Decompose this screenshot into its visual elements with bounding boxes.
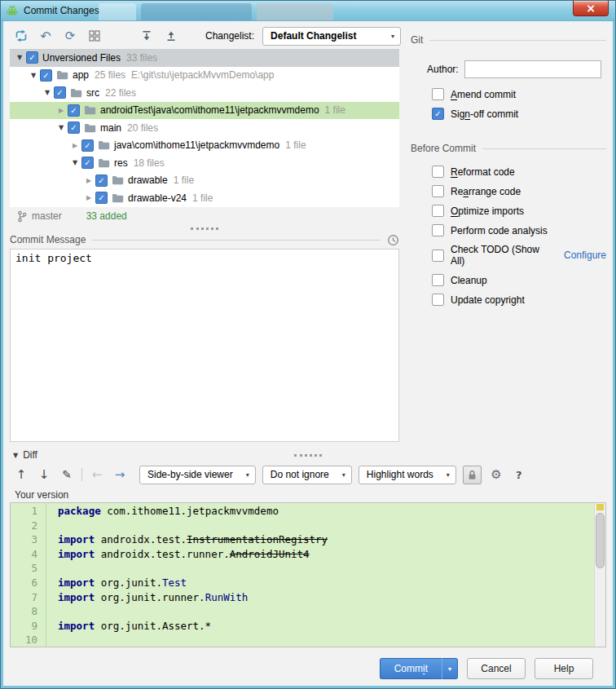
previous-difference-icon[interactable]: ↑ xyxy=(13,466,29,483)
next-change-icon[interactable]: → xyxy=(112,466,128,483)
whitespace-ignore-dropdown[interactable]: Do not ignore ▾ xyxy=(262,466,352,484)
tree-checkbox[interactable]: ✓ xyxy=(81,157,94,169)
tree-row[interactable]: ▼✓src22 files xyxy=(10,84,399,102)
tree-checkbox[interactable]: ✓ xyxy=(81,139,94,152)
checkbox[interactable] xyxy=(432,88,444,100)
branch-status-bar: master 33 added xyxy=(10,207,399,225)
splitter-handle[interactable] xyxy=(294,454,322,457)
expanded-arrow-icon[interactable]: ▼ xyxy=(69,159,81,166)
checkbox[interactable] xyxy=(432,294,444,306)
before-commit-label: Before Commit xyxy=(411,143,476,154)
configure-link[interactable]: Configure xyxy=(564,250,606,261)
checkbox-option[interactable]: ✓Sign-off commit xyxy=(432,108,606,120)
help-button[interactable]: Help xyxy=(535,658,593,679)
expanded-arrow-icon[interactable]: ▼ xyxy=(14,54,25,61)
checkbox[interactable] xyxy=(432,166,444,178)
checkbox-option[interactable]: Check TODO (Show All)Configure xyxy=(432,244,606,267)
tree-checkbox[interactable]: ✓ xyxy=(68,121,80,134)
author-input[interactable] xyxy=(464,60,601,78)
help-icon[interactable]: ? xyxy=(511,466,527,483)
code-line xyxy=(58,604,594,619)
checkbox[interactable]: ✓ xyxy=(432,108,444,120)
expand-all-icon[interactable] xyxy=(139,28,155,44)
tree-row[interactable]: ▼✓app25 filesE:\git\stu\jetpackMvvmDemo\… xyxy=(10,67,399,85)
refresh-changes-icon[interactable] xyxy=(13,28,29,44)
checkbox-label: Sign-off commit xyxy=(451,108,518,120)
expanded-arrow-icon[interactable]: ▼ xyxy=(28,72,39,79)
checkbox[interactable] xyxy=(432,185,444,197)
tree-item-count: 25 files xyxy=(95,69,125,81)
splitter-handle[interactable] xyxy=(10,225,399,232)
previous-change-icon[interactable]: ← xyxy=(89,466,105,483)
checkbox-label: Optimize imports xyxy=(451,205,524,217)
group-by-directory-icon[interactable] xyxy=(86,28,103,44)
commit-message-input[interactable]: init project xyxy=(10,249,399,442)
next-difference-icon[interactable]: ↓ xyxy=(36,466,52,483)
checkbox-option[interactable]: Amend commit xyxy=(432,88,606,100)
checkbox[interactable] xyxy=(432,205,444,217)
expanded-arrow-icon[interactable]: ▼ xyxy=(42,89,53,96)
cancel-button[interactable]: Cancel xyxy=(467,658,526,679)
tree-checkbox[interactable]: ✓ xyxy=(68,104,80,117)
changelist-dropdown[interactable]: Default Changelist ▾ xyxy=(262,27,401,46)
close-button[interactable]: × xyxy=(573,1,609,16)
line-number: 9 xyxy=(11,619,37,634)
refresh-icon[interactable]: ⟳ xyxy=(62,28,78,44)
disable-editing-button[interactable] xyxy=(463,466,482,484)
tree-row[interactable]: ▶✓java\com\ithome11\jetpackmvvmdemo1 fil… xyxy=(10,137,399,155)
folder-icon xyxy=(112,175,124,185)
commit-changes-dialog: Commit Changes × ↶ ⟳ xyxy=(0,0,616,689)
scrollbar-thumb[interactable] xyxy=(596,513,605,568)
collapsed-arrow-icon[interactable]: ▶ xyxy=(83,194,95,201)
tree-row[interactable]: ▼✓main20 files xyxy=(10,119,399,137)
commit-button[interactable]: Commit xyxy=(380,658,442,679)
title-bar[interactable]: Commit Changes × xyxy=(1,1,615,21)
commit-dropdown-button[interactable]: ▾ xyxy=(442,658,458,679)
tree-row[interactable]: ▶✓drawable1 file xyxy=(10,172,399,190)
tree-item-count: 1 file xyxy=(174,174,194,186)
collapsed-arrow-icon[interactable]: ▶ xyxy=(69,142,81,149)
folder-icon xyxy=(56,70,68,80)
message-history-icon[interactable] xyxy=(387,234,399,246)
expanded-arrow-icon[interactable]: ▼ xyxy=(55,124,67,131)
checkbox-option[interactable]: Reformat code xyxy=(432,166,606,178)
tree-row[interactable]: ▶✓drawable-v241 file xyxy=(10,189,399,207)
whitespace-ignore-value: Do not ignore xyxy=(271,469,329,480)
code-pane: package com.ithome11.jetpackmvvmdemo imp… xyxy=(46,503,594,647)
collapse-all-icon[interactable] xyxy=(163,28,179,44)
scrollbar[interactable] xyxy=(594,503,605,647)
checkbox-option[interactable]: Optimize imports xyxy=(432,205,606,217)
code-line xyxy=(58,519,594,533)
settings-gear-icon[interactable]: ⚙ xyxy=(488,466,504,483)
rollback-icon[interactable]: ↶ xyxy=(37,28,54,44)
chevron-down-icon: ▾ xyxy=(342,471,345,479)
highlight-mode-dropdown[interactable]: Highlight words ▾ xyxy=(359,466,456,484)
collapsed-arrow-icon[interactable]: ▶ xyxy=(83,177,95,184)
checkbox-option[interactable]: Rearrange code xyxy=(432,185,606,197)
checkbox-option[interactable]: Perform code analysis xyxy=(432,224,606,236)
tree-checkbox[interactable]: ✓ xyxy=(26,51,38,64)
tree-item-label: androidTest\java\com\ithome11\jetpackmvv… xyxy=(100,104,319,116)
tree-row[interactable]: ▼✓Unversioned Files33 files xyxy=(10,49,399,67)
diff-section-header[interactable]: ▼ Diff xyxy=(10,448,606,462)
chevron-down-icon: ▾ xyxy=(391,33,394,40)
tree-checkbox[interactable]: ✓ xyxy=(95,192,108,204)
folder-icon xyxy=(84,105,96,115)
tree-checkbox[interactable]: ✓ xyxy=(95,174,108,187)
line-number: 1 xyxy=(11,504,37,519)
tree-row[interactable]: ▼✓res18 files xyxy=(10,154,399,172)
checkbox[interactable] xyxy=(432,250,444,262)
checkbox[interactable] xyxy=(432,224,444,236)
collapsed-arrow-icon[interactable]: ▶ xyxy=(55,107,67,114)
commit-message-label: Commit Message xyxy=(10,234,86,245)
line-number: 7 xyxy=(11,590,37,605)
checkbox-option[interactable]: Update copyright xyxy=(432,294,606,306)
viewer-mode-dropdown[interactable]: Side-by-side viewer ▾ xyxy=(139,466,256,484)
edit-source-icon[interactable]: ✎ xyxy=(59,466,75,483)
changelist-value: Default Changelist xyxy=(271,30,356,42)
tree-row[interactable]: ▶✓androidTest\java\com\ithome11\jetpackm… xyxy=(10,102,399,120)
checkbox[interactable] xyxy=(432,274,444,286)
tree-checkbox[interactable]: ✓ xyxy=(40,69,52,82)
checkbox-option[interactable]: Cleanup xyxy=(432,274,606,286)
tree-checkbox[interactable]: ✓ xyxy=(54,86,66,99)
